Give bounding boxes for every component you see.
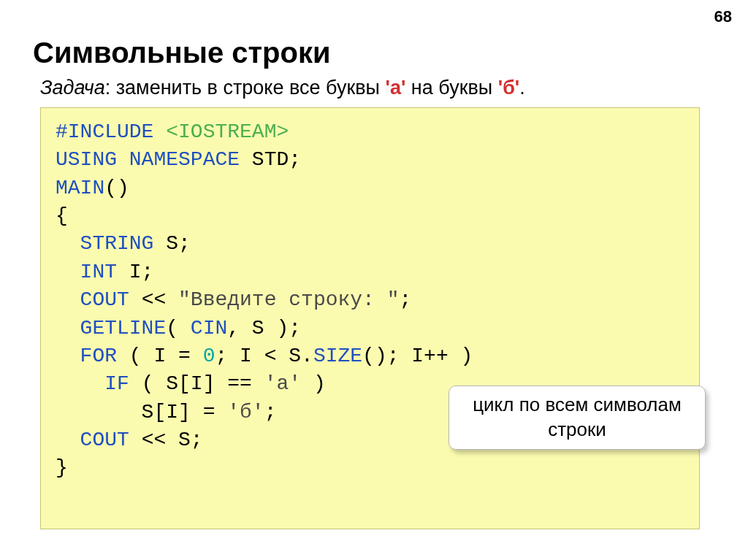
code-token: INT (56, 261, 117, 283)
code-token: USING NAMESPACE (56, 148, 240, 171)
code-token: STD; (240, 148, 301, 171)
code-token: CIN (191, 317, 227, 340)
page-title: Символьные строки (33, 37, 331, 69)
code-token: ( (166, 317, 191, 340)
page-number: 68 (714, 7, 732, 26)
callout-text: цикл по всем символам строки (449, 393, 705, 442)
code-line: FOR ( I = 0; I < S.SIZE(); I++ ) (56, 342, 684, 370)
code-token: COUT (56, 288, 129, 311)
code-block: #INCLUDE <IOSTREAM> USING NAMESPACE STD;… (40, 107, 700, 529)
code-token: <IOSTREAM> (166, 120, 289, 143)
code-token: MAIN (56, 177, 104, 199)
code-token: SIZE (313, 345, 362, 367)
code-line: COUT << "Введите строку: "; (56, 286, 684, 314)
code-token: STRING (56, 232, 153, 255)
code-line: { (56, 202, 684, 230)
code-token: ( I = (117, 345, 203, 367)
code-line: #INCLUDE <IOSTREAM> (56, 118, 684, 146)
code-token: 'б' (227, 401, 264, 423)
code-line: USING NAMESPACE STD; (56, 146, 684, 174)
task-label: Задача (40, 77, 105, 99)
code-token: ; (400, 288, 412, 311)
code-token: } (56, 456, 68, 479)
code-token: #INCLUDE (56, 120, 166, 143)
code-line: GETLINE( CIN, S ); (56, 315, 684, 342)
code-token: COUT (56, 429, 129, 451)
code-token: ) (301, 372, 326, 395)
task-char2: 'б' (498, 77, 520, 99)
code-token: (); I++ ) (362, 345, 473, 367)
code-token: "Введите строку: " (178, 288, 399, 311)
code-line: INT I; (56, 258, 684, 286)
code-token: I; (117, 261, 153, 283)
code-token: S[I] = (56, 401, 227, 423)
task-char1: 'а' (386, 77, 406, 99)
code-token: IF (56, 372, 129, 395)
code-token: , S ); (227, 317, 301, 340)
code-token: 0 (203, 345, 215, 367)
callout-box: цикл по всем символам строки (449, 386, 706, 450)
code-token: { (56, 204, 68, 227)
code-token: << (129, 288, 178, 311)
code-line: } (56, 454, 684, 482)
task-prefix: : заменить в строке все буквы (105, 77, 386, 99)
code-token: ( S[I] == (129, 372, 264, 395)
code-token: S; (153, 232, 190, 255)
code-token: GETLINE (56, 317, 166, 340)
code-token: () (104, 177, 129, 199)
code-token: << S; (129, 429, 203, 451)
code-token: FOR (56, 345, 117, 367)
code-token: 'а' (264, 372, 301, 395)
code-token: ; (264, 401, 277, 423)
task-suffix: . (519, 77, 525, 99)
code-token: ; I < S. (215, 345, 313, 367)
code-line: MAIN() (56, 174, 684, 202)
task-line: Задача: заменить в строке все буквы 'а' … (40, 77, 525, 99)
code-line: STRING S; (56, 230, 684, 258)
task-mid: на буквы (405, 77, 497, 99)
